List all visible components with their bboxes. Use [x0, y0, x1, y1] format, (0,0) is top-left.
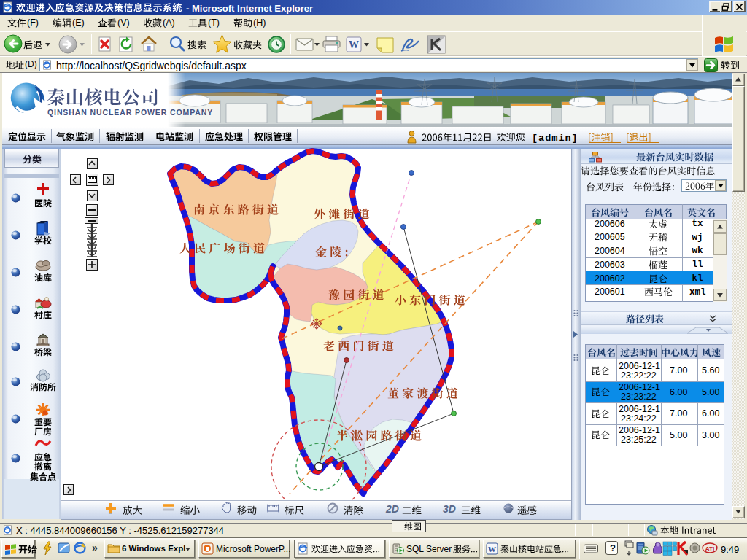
- svg-text:W: W: [349, 39, 359, 50]
- svg-text:ATI: ATI: [705, 545, 714, 552]
- svg-text:W: W: [488, 545, 496, 553]
